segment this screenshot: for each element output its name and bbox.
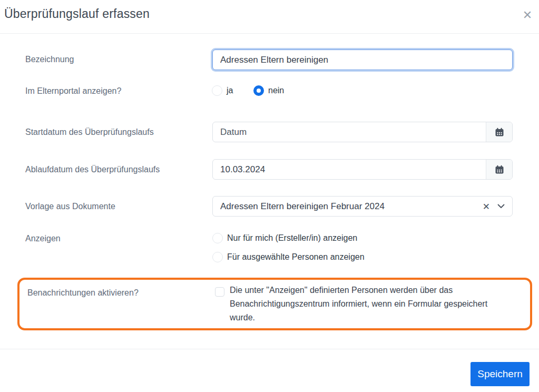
radio-label-ja: ja: [227, 85, 233, 96]
startdatum-input-group: [212, 122, 513, 142]
create-review-run-dialog: Überprüfungslauf erfassen ✕ Bezeichnung …: [0, 0, 539, 392]
startdatum-label: Startdatum des Überprüfungslaufs: [25, 127, 154, 138]
chevron-down-icon[interactable]: [495, 204, 505, 209]
elternportal-label: Im Elternportal anzeigen?: [25, 86, 121, 96]
radio-label-nur-fuer-mich: Nur für mich (Ersteller/in) anzeigen: [227, 233, 357, 243]
elternportal-radio-nein[interactable]: nein: [253, 85, 284, 96]
radio-label-nein: nein: [268, 85, 284, 96]
calendar-icon: [494, 127, 505, 138]
anzeigen-radio-ausgewaehlte-personen[interactable]: Für ausgewählte Personen anzeigen: [212, 252, 365, 262]
clear-icon[interactable]: ✕: [477, 201, 495, 212]
bezeichnung-input[interactable]: [212, 50, 513, 70]
startdatum-calendar-button[interactable]: [486, 122, 512, 142]
benachrichtigungen-checkbox-text: Die unter "Anzeigen" definierten Persone…: [230, 283, 514, 325]
notification-highlight-box: Benachrichtungen aktivieren? Die unter "…: [17, 278, 532, 330]
startdatum-input[interactable]: [213, 122, 486, 142]
ablaufdatum-calendar-button[interactable]: [486, 160, 512, 179]
radio-unchecked-icon: [212, 252, 223, 262]
bezeichnung-label: Bezeichnung: [25, 54, 74, 65]
vorlage-select[interactable]: Adressen Eltern bereinigen Februar 2024 …: [212, 196, 513, 217]
anzeigen-radio-nur-fuer-mich[interactable]: Nur für mich (Ersteller/in) anzeigen: [212, 233, 357, 243]
benachrichtigungen-label: Benachrichtungen aktivieren?: [27, 288, 139, 298]
vorlage-label: Vorlage aus Dokumente: [25, 201, 115, 212]
radio-label-ausgewaehlte-personen: Für ausgewählte Personen anzeigen: [227, 252, 365, 262]
close-icon[interactable]: ✕: [519, 6, 536, 23]
calendar-icon: [494, 164, 505, 175]
header-divider: [0, 33, 539, 34]
ablaufdatum-input[interactable]: [213, 160, 486, 179]
footer-divider: [0, 349, 539, 349]
anzeigen-label: Anzeigen: [25, 233, 61, 244]
ablaufdatum-input-group: [212, 159, 513, 180]
radio-unchecked-icon: [212, 233, 223, 243]
radio-checked-icon: [253, 85, 264, 96]
radio-unchecked-icon: [212, 85, 222, 96]
save-button[interactable]: Speichern: [471, 362, 530, 386]
dialog-title: Überprüfungslauf erfassen: [4, 7, 150, 21]
ablaufdatum-label: Ablaufdatum des Überprüfungslaufs: [25, 164, 160, 175]
elternportal-radio-ja[interactable]: ja: [212, 85, 233, 96]
benachrichtigungen-checkbox[interactable]: [215, 287, 224, 297]
vorlage-selected-value: Adressen Eltern bereinigen Februar 2024: [220, 201, 477, 212]
